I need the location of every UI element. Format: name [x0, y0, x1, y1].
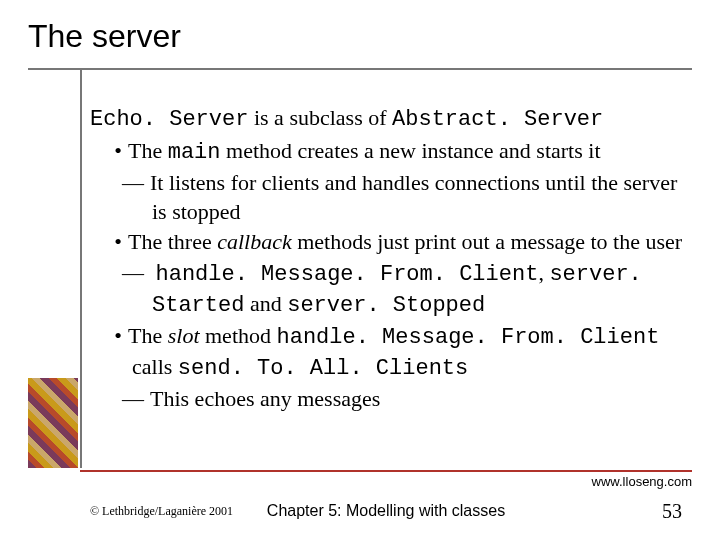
text: calls — [132, 354, 178, 379]
text: , — [538, 260, 549, 285]
intro-line: Echo. Server is a subclass of Abstract. … — [90, 104, 690, 135]
code-main: main — [168, 140, 221, 165]
bullet-icon: • — [108, 322, 128, 351]
subbullet-listens: —It listens for clients and handles conn… — [90, 169, 690, 226]
text: and — [244, 291, 287, 316]
bullet-icon: • — [108, 137, 128, 166]
website-url: www.lloseng.com — [592, 474, 692, 489]
footer: © Lethbridge/Laganière 2001 Chapter 5: M… — [80, 500, 692, 530]
slide-title: The server — [28, 18, 181, 55]
code-serverstopped: server. Stopped — [287, 293, 485, 318]
text: method — [200, 323, 277, 348]
chapter-label: Chapter 5: Modelling with classes — [80, 502, 692, 520]
bullet-main-method: •The main method creates a new instance … — [90, 137, 690, 168]
text: methods just print out a message to the … — [292, 229, 682, 254]
ital-callback: callback — [217, 229, 292, 254]
decorative-weave-image — [28, 378, 78, 468]
intro-text: is a subclass of — [248, 105, 392, 130]
bullet-slot-method: •The slot method handle. Message. From. … — [90, 322, 690, 383]
code-sendtoall: send. To. All. Clients — [178, 356, 468, 381]
divider-top — [28, 68, 692, 70]
text: This echoes any messages — [150, 386, 380, 411]
text: It listens for clients and handles conne… — [150, 170, 677, 224]
dash-icon: — — [122, 169, 150, 198]
slide: The server Echo. Server is a subclass of… — [0, 0, 720, 540]
divider-vertical — [80, 70, 82, 468]
text: method creates a new instance and starts… — [221, 138, 601, 163]
subbullet-echoes: —This echoes any messages — [90, 385, 690, 414]
text: The — [128, 323, 168, 348]
code-echoserver: Echo. Server — [90, 107, 248, 132]
code-handlemessage2: handle. Message. From. Client — [277, 325, 660, 350]
text: The — [128, 138, 168, 163]
subbullet-handlers: — handle. Message. From. Client, server.… — [90, 259, 690, 320]
bullet-callback-methods: •The three callback methods just print o… — [90, 228, 690, 257]
text: The three — [128, 229, 217, 254]
code-abstractserver: Abstract. Server — [392, 107, 603, 132]
divider-bottom — [80, 470, 692, 472]
code-handlemessage: handle. Message. From. Client — [156, 262, 539, 287]
body-text: Echo. Server is a subclass of Abstract. … — [90, 104, 690, 416]
page-number: 53 — [662, 500, 682, 523]
ital-slot: slot — [168, 323, 200, 348]
dash-icon: — — [122, 259, 150, 288]
dash-icon: — — [122, 385, 150, 414]
bullet-icon: • — [108, 228, 128, 257]
